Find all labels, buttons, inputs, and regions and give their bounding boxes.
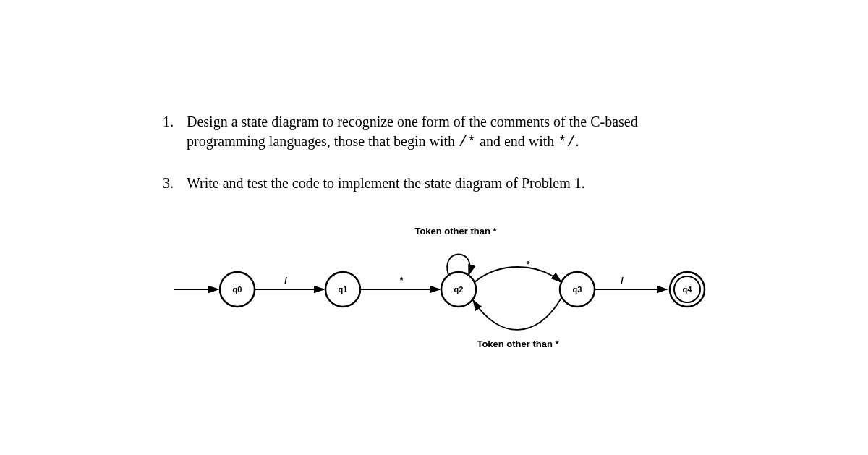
problem-1-mid: and end with bbox=[476, 133, 558, 149]
edge-q1-q2-label: * bbox=[399, 275, 404, 286]
state-q3-label: q3 bbox=[573, 285, 582, 294]
state-q0-label: q0 bbox=[233, 285, 242, 294]
problem-1-after: . bbox=[575, 133, 579, 149]
edge-q3-q2 bbox=[473, 298, 561, 330]
state-diagram: q0 / q1 * q2 Token other than * * Token … bbox=[174, 217, 723, 391]
problem-1-text: Design a state diagram to recognize one … bbox=[187, 112, 707, 152]
problem-1-code2: */ bbox=[558, 134, 575, 150]
problem-1-code1: /* bbox=[459, 134, 476, 150]
state-q4-label: q4 bbox=[683, 285, 693, 294]
problem-3-number: 3. bbox=[163, 174, 183, 193]
edge-q3-q4-label: / bbox=[621, 275, 624, 286]
state-q2-label: q2 bbox=[454, 285, 464, 294]
edge-q0-q1-label: / bbox=[284, 275, 287, 286]
problem-1: 1. Design a state diagram to recognize o… bbox=[163, 112, 712, 152]
problem-list: 1. Design a state diagram to recognize o… bbox=[163, 0, 712, 193]
problem-1-number: 1. bbox=[163, 112, 183, 132]
state-q1-label: q1 bbox=[339, 285, 348, 294]
edge-q2-q2-label: Token other than * bbox=[414, 226, 497, 237]
problem-3: 3. Write and test the code to implement … bbox=[163, 174, 712, 193]
problem-3-text: Write and test the code to implement the… bbox=[187, 174, 707, 193]
edge-q3-q2-label: Token other than * bbox=[477, 339, 559, 349]
edge-q2-q3 bbox=[475, 267, 561, 282]
